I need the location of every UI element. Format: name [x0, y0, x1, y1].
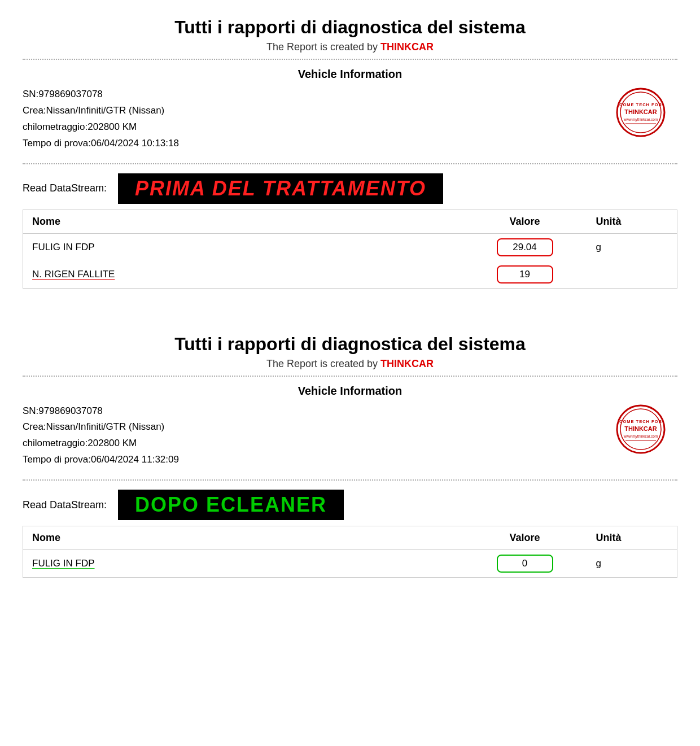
svg-text:www.mythinkcar.com: www.mythinkcar.com	[623, 117, 658, 122]
banner-prima: PRIMA DEL TRATTAMENTO	[118, 173, 443, 204]
report2-brand: THINKCAR	[380, 358, 434, 369]
divider-1	[23, 59, 677, 60]
col-unita-2: Unità	[587, 526, 677, 550]
report2-title: Tutti i rapporti di diagnostica del sist…	[23, 334, 677, 355]
thinkcar-stamp-2: COME TECH FOR THINKCAR www.mythinkcar.co…	[615, 404, 666, 455]
vehicle-info-lines-2: SN:979869037078 Crea:Nissan/Infiniti/GTR…	[23, 403, 677, 469]
vehicle-info-title-1: Vehicle Information	[23, 68, 677, 81]
vehicle-info-2: Vehicle Information SN:979869037078 Crea…	[23, 385, 677, 474]
cell-nome: FULIG IN FDP	[23, 550, 463, 578]
chilometraggio-1: chilometraggio:202800 KM	[23, 119, 677, 136]
col-unita-1: Unità	[587, 210, 677, 233]
section-gap	[0, 300, 700, 317]
svg-text:THINKCAR: THINKCAR	[624, 425, 657, 432]
datastream-row-1: Read DataStream: PRIMA DEL TRATTAMENTO	[23, 173, 677, 204]
col-nome-2: Nome	[23, 526, 463, 550]
col-nome-1: Nome	[23, 210, 463, 233]
report1-title: Tutti i rapporti di diagnostica del sist…	[23, 17, 677, 38]
table-row: N. RIGEN FALLITE19	[23, 261, 677, 289]
nome-text: FULIG IN FDP	[32, 558, 95, 569]
datastream-label-1: Read DataStream:	[23, 182, 107, 194]
cell-unita: g	[587, 233, 677, 261]
nome-text: N. RIGEN FALLITE	[32, 269, 115, 280]
sn-1: SN:979869037078	[23, 86, 677, 103]
data-table-1: Nome Valore Unità FULIG IN FDP29.04gN. R…	[23, 210, 677, 289]
datastream-row-2: Read DataStream: DOPO ECLEANER	[23, 490, 677, 520]
thinkcar-stamp-1: COME TECH FOR THINKCAR www.mythinkcar.co…	[615, 87, 666, 138]
cell-unita	[587, 261, 677, 289]
report1-subtitle-prefix: The Report is created by	[266, 41, 380, 53]
chilometraggio-2: chilometraggio:202800 KM	[23, 435, 677, 452]
col-valore-2: Valore	[463, 526, 587, 550]
table-row: FULIG IN FDP29.04g	[23, 233, 677, 261]
cell-valore: 19	[463, 261, 587, 289]
cell-valore: 29.04	[463, 233, 587, 261]
cell-nome: N. RIGEN FALLITE	[23, 261, 463, 289]
divider-2	[23, 163, 677, 164]
report1-brand: THINKCAR	[380, 41, 434, 53]
report-2: Tutti i rapporti di diagnostica del sist…	[0, 317, 700, 590]
cell-unita: g	[587, 550, 677, 578]
col-valore-1: Valore	[463, 210, 587, 233]
datastream-label-2: Read DataStream:	[23, 499, 107, 511]
svg-text:COME TECH FOR: COME TECH FOR	[619, 419, 662, 424]
report2-subtitle-prefix: The Report is created by	[266, 358, 380, 369]
cell-valore: 0	[463, 550, 587, 578]
vehicle-info-title-2: Vehicle Information	[23, 385, 677, 398]
crea-2: Crea:Nissan/Infiniti/GTR (Nissan)	[23, 419, 677, 435]
svg-text:THINKCAR: THINKCAR	[624, 108, 657, 115]
crea-1: Crea:Nissan/Infiniti/GTR (Nissan)	[23, 103, 677, 119]
tempo-1: Tempo di prova:06/04/2024 10:13:18	[23, 136, 677, 152]
cell-nome: FULIG IN FDP	[23, 233, 463, 261]
report2-subtitle: The Report is created by THINKCAR	[23, 358, 677, 370]
divider-4	[23, 479, 677, 481]
report1-subtitle: The Report is created by THINKCAR	[23, 41, 677, 53]
data-table-2: Nome Valore Unità FULIG IN FDP0g	[23, 526, 677, 578]
tempo-2: Tempo di prova:06/04/2024 11:32:09	[23, 452, 677, 468]
vehicle-info-1: Vehicle Information SN:979869037078 Crea…	[23, 68, 677, 158]
divider-3	[23, 376, 677, 377]
vehicle-info-lines-1: SN:979869037078 Crea:Nissan/Infiniti/GTR…	[23, 86, 677, 152]
report-1: Tutti i rapporti di diagnostica del sist…	[0, 0, 700, 300]
svg-text:www.mythinkcar.com: www.mythinkcar.com	[623, 434, 658, 439]
value-box: 19	[497, 265, 553, 283]
banner-dopo: DOPO ECLEANER	[118, 490, 344, 520]
value-box: 29.04	[497, 238, 553, 256]
value-box: 0	[497, 555, 553, 573]
svg-text:COME TECH FOR: COME TECH FOR	[619, 102, 662, 107]
table-row: FULIG IN FDP0g	[23, 550, 677, 578]
sn-2: SN:979869037078	[23, 403, 677, 420]
